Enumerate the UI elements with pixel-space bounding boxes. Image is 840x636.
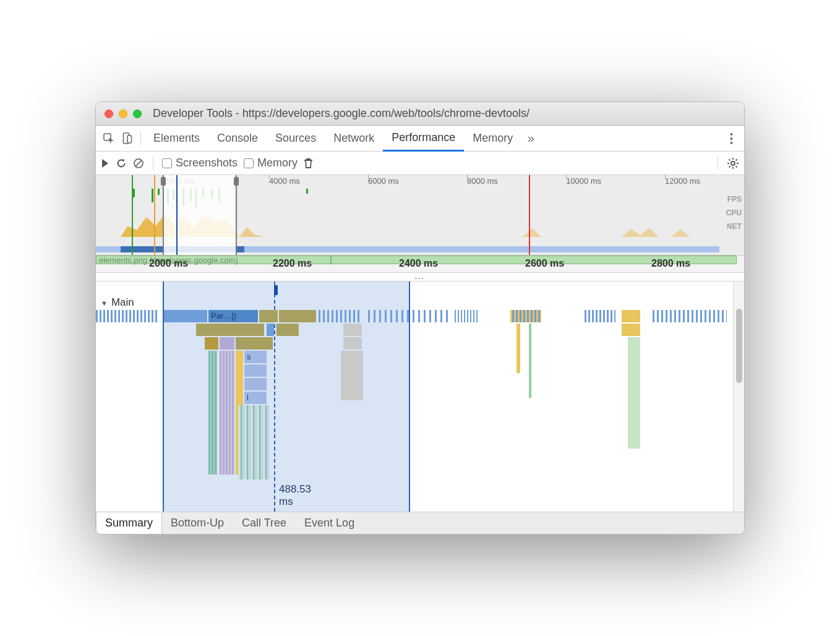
window-titlebar[interactable]: Developer Tools - https://developers.goo… (96, 102, 744, 126)
frame-bar[interactable] (205, 337, 218, 350)
tick-label: 2400 ms (399, 258, 438, 269)
frame-bar[interactable] (267, 324, 274, 336)
svg-line-7 (135, 160, 142, 166)
tick-label: 10000 ms (566, 176, 601, 186)
zoom-icon[interactable] (133, 110, 142, 118)
overview-selection[interactable] (163, 175, 237, 255)
task-bar[interactable] (510, 310, 541, 322)
marker-fcp (176, 175, 178, 255)
frame-bar[interactable] (244, 364, 267, 377)
task-bar[interactable] (622, 310, 640, 322)
inspect-icon[interactable] (100, 129, 118, 148)
frame-bar[interactable] (236, 337, 273, 350)
details-tabs: Summary Bottom-Up Call Tree Event Log (96, 512, 744, 534)
task-bar[interactable] (259, 310, 278, 322)
frame-bar[interactable]: s (244, 351, 267, 363)
tab-label: Performance (392, 131, 455, 144)
cursor-time-label: 488.53 ms (279, 483, 311, 508)
svg-point-4 (730, 137, 732, 140)
tab-event-log[interactable]: Event Log (296, 512, 364, 534)
devtools-window: Developer Tools - https://developers.goo… (95, 101, 745, 535)
tick-label: 2800 ms (651, 258, 690, 269)
kebab-menu-icon[interactable] (722, 129, 740, 148)
task-bar[interactable] (279, 310, 316, 322)
task-bar[interactable] (96, 310, 158, 322)
frame-bar[interactable] (343, 337, 362, 350)
tick-label: 2200 ms (273, 258, 312, 269)
more-tabs-icon[interactable]: » (521, 129, 540, 148)
frame-bar[interactable] (208, 351, 217, 475)
scrollbar[interactable] (733, 281, 744, 512)
tab-performance[interactable]: Performance (383, 126, 464, 152)
bar-label: l (244, 393, 249, 402)
task-bar[interactable] (164, 310, 207, 322)
tab-label: Console (217, 132, 258, 145)
frame-bar[interactable] (220, 337, 234, 350)
trash-icon[interactable] (304, 158, 313, 169)
window-title: Developer Tools - https://developers.goo… (153, 107, 529, 120)
frame-bar[interactable] (220, 351, 234, 475)
flame-chart[interactable]: Main 488.53 ms Par…]) (96, 281, 744, 512)
frame-bar[interactable] (516, 324, 520, 373)
tab-sources[interactable]: Sources (267, 126, 325, 151)
overview-pane[interactable]: 2000 ms 4000 ms 6000 ms 8000 ms 10000 ms… (96, 175, 744, 256)
close-icon[interactable] (105, 110, 113, 118)
task-bar[interactable] (319, 310, 362, 322)
tab-call-tree[interactable]: Call Tree (233, 512, 296, 534)
marker-lcp (529, 175, 530, 255)
frame-bar[interactable] (276, 324, 299, 336)
main-thread-toggle[interactable]: Main (101, 296, 134, 309)
tick-label: 2000 ms (149, 258, 188, 269)
frame-bar[interactable] (341, 351, 363, 400)
selection-handle-left[interactable] (161, 177, 166, 186)
svg-point-3 (730, 133, 732, 135)
task-bar[interactable] (585, 310, 615, 322)
device-toggle-icon[interactable] (118, 129, 137, 148)
collapsed-track-icon[interactable]: … (96, 273, 744, 281)
task-bar[interactable] (653, 310, 727, 322)
clear-icon[interactable] (133, 158, 144, 169)
frame-bar[interactable] (244, 378, 267, 390)
svg-point-5 (730, 142, 732, 144)
memory-checkbox[interactable]: Memory (244, 157, 298, 170)
section-label: Main (111, 296, 134, 308)
bar-label: Par…]) (208, 311, 236, 320)
minimize-icon[interactable] (119, 110, 127, 118)
task-bar[interactable]: Par…]) (208, 310, 258, 322)
tab-label: Bottom-Up (171, 517, 224, 530)
frame-bar[interactable] (628, 337, 640, 449)
frame-bar[interactable] (622, 324, 640, 336)
tab-elements[interactable]: Elements (145, 126, 208, 151)
tick-label: 8000 ms (467, 176, 498, 186)
tab-console[interactable]: Console (208, 126, 267, 151)
selection-handle-right[interactable] (234, 177, 239, 186)
time-ruler[interactable]: elements.png (developers.google.com) 200… (96, 256, 744, 273)
marker-load (132, 175, 133, 255)
reload-icon[interactable] (116, 158, 127, 169)
frame-bar[interactable] (196, 324, 264, 336)
screenshots-checkbox[interactable]: Screenshots (162, 157, 238, 170)
checkbox-label: Screenshots (176, 157, 238, 169)
tick-label: 4000 ms (269, 176, 300, 186)
gear-icon[interactable] (727, 157, 739, 170)
record-icon[interactable] (101, 158, 109, 168)
tab-bottom-up[interactable]: Bottom-Up (162, 512, 233, 534)
traffic-lights (105, 110, 142, 118)
divider (153, 157, 153, 170)
tab-memory[interactable]: Memory (464, 126, 521, 151)
tab-summary[interactable]: Summary (96, 512, 162, 534)
cursor-handle-icon[interactable] (274, 285, 278, 295)
task-bar[interactable] (368, 310, 448, 322)
task-bar[interactable] (455, 310, 479, 322)
frame-bar[interactable]: l (244, 392, 267, 404)
frame-bar[interactable] (343, 324, 362, 336)
frame-bar[interactable] (529, 324, 531, 398)
tab-label: Call Tree (242, 517, 286, 530)
frame-bar[interactable] (238, 405, 269, 479)
divider (718, 157, 718, 170)
tick-label: 6000 ms (368, 176, 399, 186)
scrollbar-thumb[interactable] (736, 309, 742, 383)
tab-label: Network (333, 132, 374, 145)
tab-network[interactable]: Network (325, 126, 383, 151)
bar-label: s (244, 352, 251, 361)
